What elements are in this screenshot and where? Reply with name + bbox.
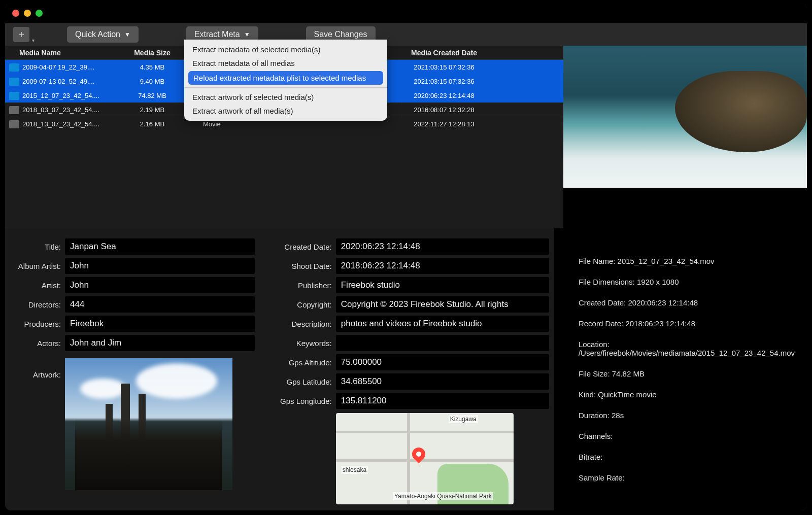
- artwork-label: Artwork:: [10, 358, 65, 490]
- info-location: /Users/fireebok/Movies/mediamata/2015_12…: [579, 349, 795, 357]
- title-input[interactable]: Janpan Sea: [65, 238, 255, 255]
- cell-name: 2018_13_07_23_42_54....: [22, 120, 112, 128]
- media-icon: [9, 120, 19, 128]
- directors-input[interactable]: 444: [65, 296, 255, 313]
- add-button[interactable]: + ▾: [13, 27, 29, 42]
- media-icon: [9, 78, 19, 86]
- media-icon: [9, 92, 19, 100]
- preview-image: [563, 46, 807, 188]
- cell-name: 2009-04-07 19_22_39....: [22, 63, 112, 71]
- location-map[interactable]: Kizugawa shiosaka Yamato-Aogaki Quasi-Na…: [336, 413, 514, 504]
- cell-date: 2021:03:15 07:32:36: [391, 78, 497, 85]
- metadata-left-panel: Title:Janpan Sea Album Artist:John Artis…: [5, 228, 260, 510]
- artwork-image[interactable]: [65, 358, 232, 490]
- shoot-date-input[interactable]: 2018:06:23 12:14:48: [336, 258, 549, 274]
- preview-pane: [563, 46, 807, 228]
- copyright-input[interactable]: Copyright © 2023 Fireebok Studio. All ri…: [336, 296, 549, 313]
- dropdown-item[interactable]: Extract artwork of selected media(s): [184, 90, 387, 104]
- media-table-area: Media Name Media Size M Media Album Medi…: [5, 46, 807, 228]
- title-label: Title:: [10, 243, 65, 251]
- plus-icon: +: [18, 29, 24, 41]
- toolbar: + ▾ Quick Action ▼ Extract Meta ▼ Save C…: [5, 23, 807, 46]
- extract-meta-label: Extract Meta: [194, 30, 240, 39]
- gps-altitude-label: Gps Altitude:: [260, 358, 336, 367]
- artist-label: Artist:: [10, 281, 65, 290]
- cell-date: 2020:06:23 12:14:48: [391, 92, 497, 99]
- cell-size: 2.16 MB: [112, 120, 193, 128]
- chevron-down-icon: ▼: [124, 31, 130, 38]
- close-window-button[interactable]: [12, 10, 19, 17]
- info-created-label: Created Date:: [579, 298, 628, 307]
- info-size-label: File Size:: [579, 369, 612, 378]
- cell-name: 2009-07-13 02_52_49....: [22, 78, 112, 85]
- cell-type: Movie: [193, 120, 289, 128]
- actors-label: Actors:: [10, 339, 65, 348]
- dropdown-item[interactable]: Reload extracted metadata plist to selec…: [188, 71, 383, 85]
- publisher-input[interactable]: Fireebok studio: [336, 277, 549, 293]
- description-input[interactable]: photos and videos of Fireebok studio: [336, 316, 549, 332]
- metadata-middle-panel: Created Date:2020:06:23 12:14:48 Shoot D…: [260, 228, 554, 510]
- info-filename: 2015_12_07_23_42_54.mov: [618, 257, 715, 265]
- album-artist-label: Album Artist:: [10, 262, 65, 270]
- file-info-panel: File Name: 2015_12_07_23_42_54.mov File …: [554, 228, 807, 510]
- cell-size: 4.35 MB: [112, 63, 193, 71]
- keywords-label: Keywords:: [260, 339, 336, 348]
- dropdown-item[interactable]: Extract artwork of all media(s): [184, 104, 387, 118]
- fullscreen-window-button[interactable]: [36, 10, 43, 17]
- album-artist-input[interactable]: John: [65, 258, 255, 274]
- quick-action-button[interactable]: Quick Action ▼: [67, 26, 139, 43]
- chevron-down-icon: ▼: [244, 31, 250, 38]
- cell-size: 2.19 MB: [112, 106, 193, 114]
- extract-meta-dropdown[interactable]: Extract metadata of selected media(s)Ext…: [184, 40, 387, 121]
- publisher-label: Publisher:: [260, 281, 336, 290]
- info-kind: QuickTime movie: [598, 390, 656, 399]
- col-media-size[interactable]: Media Size: [112, 49, 193, 57]
- cell-size: 9.40 MB: [112, 78, 193, 85]
- quick-action-label: Quick Action: [75, 30, 120, 39]
- artist-input[interactable]: John: [65, 277, 255, 293]
- info-sample-label: Sample Rate:: [579, 473, 625, 482]
- cell-date: 2016:08:07 12:32:28: [391, 106, 497, 114]
- map-label: Yamato-Aogaki Quasi-National Park: [393, 492, 493, 500]
- shoot-date-label: Shoot Date:: [260, 262, 336, 270]
- gps-longitude-input[interactable]: 135.811200: [336, 393, 549, 409]
- info-created: 2020:06:23 12:14:48: [628, 298, 698, 307]
- info-filename-label: File Name:: [579, 257, 618, 265]
- map-label: shiosaka: [341, 466, 368, 474]
- gps-longitude-label: Gps Longitude:: [260, 397, 336, 405]
- gps-latitude-input[interactable]: 34.685500: [336, 373, 549, 390]
- info-record: 2018:06:23 12:14:48: [625, 319, 695, 328]
- dropdown-item[interactable]: Extract metadata of selected media(s): [184, 43, 387, 56]
- gps-latitude-label: Gps Latitude:: [260, 377, 336, 386]
- save-changes-label: Save Changes: [314, 30, 367, 39]
- map-label: Kizugawa: [449, 415, 478, 423]
- info-kind-label: Kind:: [579, 390, 598, 399]
- minimize-window-button[interactable]: [24, 10, 31, 17]
- producers-input[interactable]: Fireebok: [65, 316, 255, 332]
- info-duration: 28s: [612, 411, 624, 420]
- created-date-label: Created Date:: [260, 243, 336, 251]
- col-media-name[interactable]: Media Name: [5, 49, 112, 57]
- cell-date: 2021:03:15 07:32:36: [391, 63, 497, 71]
- actors-input[interactable]: John and Jim: [65, 335, 255, 351]
- directors-label: Directors:: [10, 300, 65, 309]
- cell-name: 2015_12_07_23_42_54....: [22, 92, 112, 99]
- col-media-created-date[interactable]: Media Created Date: [391, 49, 497, 57]
- info-channels-label: Channels:: [579, 432, 613, 440]
- info-size: 74.82 MB: [612, 369, 645, 378]
- info-location-label: Location:: [579, 340, 612, 349]
- created-date-input[interactable]: 2020:06:23 12:14:48: [336, 238, 549, 255]
- info-bitrate-label: Bitrate:: [579, 453, 603, 461]
- gps-altitude-input[interactable]: 75.000000: [336, 354, 549, 370]
- info-dimensions-label: File Dimensions:: [579, 278, 637, 286]
- chevron-down-icon: ▾: [32, 38, 35, 43]
- media-icon: [9, 106, 19, 114]
- info-dimensions: 1920 x 1080: [637, 278, 679, 286]
- copyright-label: Copyright:: [260, 300, 336, 309]
- keywords-input[interactable]: [336, 335, 549, 351]
- dropdown-item[interactable]: Extract metadata of all medias: [184, 56, 387, 70]
- info-duration-label: Duration:: [579, 411, 612, 420]
- info-record-label: Record Date:: [579, 319, 626, 328]
- media-icon: [9, 63, 19, 72]
- titlebar: [5, 3, 807, 23]
